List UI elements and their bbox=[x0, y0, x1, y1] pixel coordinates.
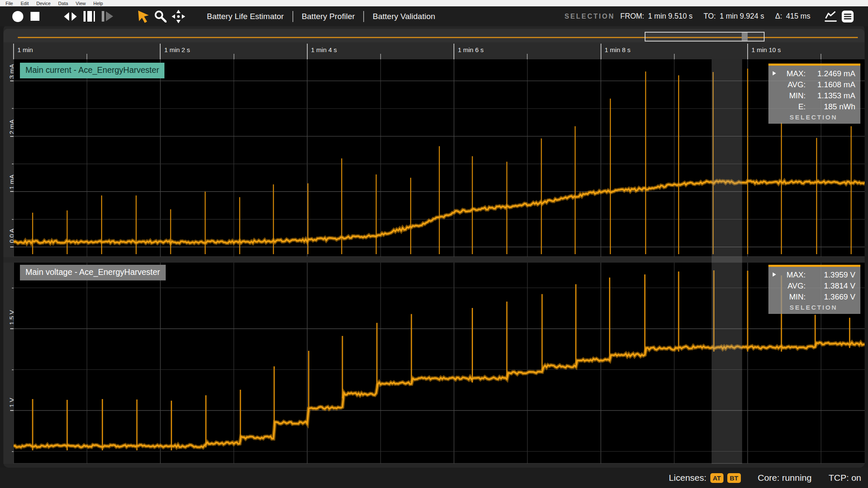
stat-value: 1.3669 V bbox=[810, 291, 855, 302]
stop-button[interactable] bbox=[31, 6, 39, 26]
tab-separator bbox=[292, 11, 293, 22]
selection-heading: SELECTION bbox=[565, 13, 615, 20]
x-minor-tick bbox=[234, 54, 234, 59]
tool-tabs: Battery Life Estimator Battery Profiler … bbox=[207, 6, 435, 26]
pan-arrows-icon bbox=[172, 10, 185, 23]
table-view-icon[interactable] bbox=[841, 10, 854, 23]
record-button[interactable] bbox=[12, 6, 23, 26]
expander-arrow-icon[interactable] bbox=[773, 71, 776, 75]
status-bar: Licenses: AT BT Core: running TCP: on bbox=[0, 468, 868, 488]
x-tick bbox=[160, 44, 161, 59]
time-axis: 1 min1 min 2 s1 min 4 s1 min 6 s1 min 8 … bbox=[3, 42, 865, 59]
stat-value: 185 nWh bbox=[810, 101, 855, 112]
select-tool-button[interactable] bbox=[136, 6, 150, 26]
split-arrows-icon bbox=[64, 11, 77, 22]
stat-label: AVG: bbox=[787, 280, 806, 291]
menu-help[interactable]: Help bbox=[89, 1, 107, 6]
x-tick bbox=[453, 44, 454, 59]
x-minor-tick bbox=[527, 54, 528, 59]
x-tick bbox=[307, 44, 308, 59]
stat-value: 1.1353 mA bbox=[810, 90, 855, 101]
stat-value: 1.3959 V bbox=[810, 269, 855, 280]
core-status: Core: running bbox=[758, 473, 812, 483]
x-tick-label: 1 min 2 s bbox=[164, 46, 190, 53]
bars-icon bbox=[83, 11, 95, 22]
stat-label: MAX: bbox=[787, 269, 806, 280]
x-minor-tick bbox=[380, 54, 381, 59]
x-tick-label: 1 min 8 s bbox=[605, 46, 631, 53]
voltage-chart-title[interactable]: Main voltage - Ace_EnergyHarvester bbox=[20, 265, 166, 280]
selection-from-label: FROM: bbox=[620, 12, 644, 21]
x-tick bbox=[601, 44, 601, 59]
selection-delta-value: 415 ms bbox=[786, 12, 810, 21]
menu-bar: File Edit Device Data View Help bbox=[0, 0, 868, 6]
selection-to-label: TO: bbox=[704, 12, 716, 21]
menu-device[interactable]: Device bbox=[33, 1, 55, 6]
selection-info: SELECTION FROM: 1 min 9.510 s TO: 1 min … bbox=[565, 6, 854, 26]
stats-footer: SELECTION bbox=[772, 304, 855, 311]
x-tick-label: 1 min 6 s bbox=[458, 46, 484, 53]
overview-view-window[interactable] bbox=[645, 32, 765, 42]
stats-footer: SELECTION bbox=[772, 114, 855, 121]
licenses-label: Licenses: bbox=[669, 473, 707, 483]
pan-tool-button[interactable] bbox=[172, 6, 185, 26]
stat-label: MIN: bbox=[789, 291, 806, 302]
fit-width-button[interactable] bbox=[64, 6, 77, 26]
stat-label: MIN: bbox=[789, 90, 806, 101]
menu-view[interactable]: View bbox=[72, 1, 90, 6]
voltage-y-axis: 1.5 V1 V bbox=[3, 263, 14, 464]
selection-from-value: 1 min 9.510 s bbox=[648, 12, 693, 21]
record-icon bbox=[12, 11, 23, 22]
x-tick-label: 1 min 4 s bbox=[311, 46, 337, 53]
zoom-tool-button[interactable] bbox=[154, 6, 167, 26]
stat-value: 1.1608 mA bbox=[810, 79, 855, 90]
menu-data[interactable]: Data bbox=[54, 1, 72, 6]
tab-battery-validation[interactable]: Battery Validation bbox=[373, 12, 435, 21]
tab-separator bbox=[363, 11, 364, 22]
license-badge-bt[interactable]: BT bbox=[727, 473, 741, 483]
step-play-icon bbox=[102, 11, 114, 22]
x-minor-tick bbox=[674, 54, 675, 59]
magnifier-icon bbox=[154, 10, 167, 22]
current-y-axis: 3 mA2 mA1 mA0.0 A bbox=[3, 59, 14, 257]
time-selection-highlight[interactable] bbox=[712, 59, 742, 464]
tab-battery-profiler[interactable]: Battery Profiler bbox=[302, 12, 355, 21]
x-tick-label: 1 min 10 s bbox=[751, 46, 781, 53]
stat-label: E: bbox=[798, 101, 806, 112]
chart-view-icon[interactable] bbox=[824, 10, 837, 23]
toolbar: Battery Life Estimator Battery Profiler … bbox=[0, 6, 868, 26]
step-play-button[interactable] bbox=[102, 6, 114, 26]
current-chart-title[interactable]: Main current - Ace_EnergyHarvester bbox=[20, 63, 164, 78]
column-view-button[interactable] bbox=[83, 6, 95, 26]
tab-battery-life-estimator[interactable]: Battery Life Estimator bbox=[207, 12, 284, 21]
expander-arrow-icon[interactable] bbox=[773, 272, 776, 277]
selection-to-value: 1 min 9.924 s bbox=[720, 12, 764, 21]
x-tick-label: 1 min bbox=[17, 46, 33, 53]
stat-label: AVG: bbox=[787, 79, 806, 90]
x-minor-tick bbox=[821, 54, 821, 59]
voltage-selection-stats: MAX:1.3959 V AVG:1.3814 V MIN:1.3669 V S… bbox=[768, 265, 860, 314]
overview-selection-thumb[interactable] bbox=[742, 33, 748, 41]
menu-file[interactable]: File bbox=[2, 1, 17, 6]
stat-value: 1.3814 V bbox=[810, 280, 855, 291]
current-selection-stats: MAX:1.2469 mA AVG:1.1608 mA MIN:1.1353 m… bbox=[768, 64, 860, 124]
menu-edit[interactable]: Edit bbox=[17, 1, 33, 6]
cursor-arrow-icon bbox=[136, 10, 150, 23]
x-tick bbox=[747, 44, 748, 59]
selection-delta-label: Δ: bbox=[775, 12, 782, 21]
tcp-status: TCP: on bbox=[829, 473, 861, 483]
stop-icon bbox=[31, 12, 39, 21]
licenses-group: Licenses: AT BT bbox=[669, 473, 741, 483]
x-minor-tick bbox=[86, 54, 87, 59]
stat-label: MAX: bbox=[787, 68, 806, 79]
license-badge-at[interactable]: AT bbox=[710, 473, 723, 483]
stat-value: 1.2469 mA bbox=[810, 68, 855, 79]
timeline-overview[interactable] bbox=[3, 29, 865, 42]
